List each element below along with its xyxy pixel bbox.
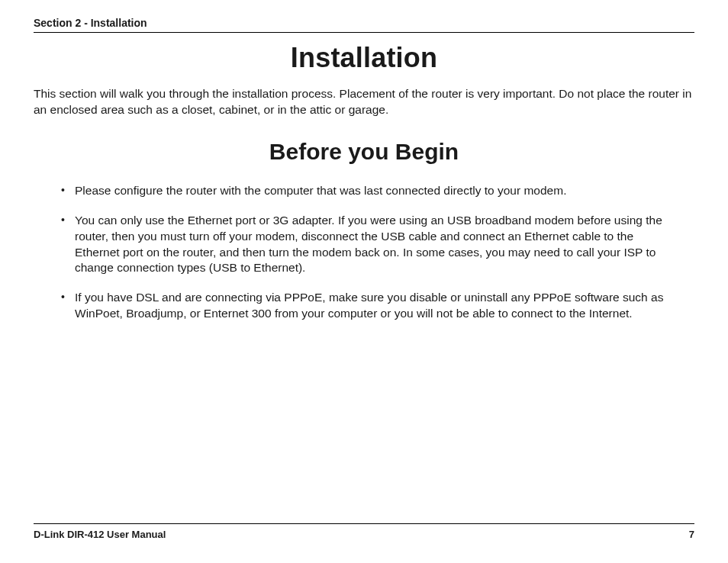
intro-paragraph: This section will walk you through the i… bbox=[34, 86, 694, 117]
list-item: Please configure the router with the com… bbox=[61, 183, 679, 199]
section-label: Section 2 - Installation bbox=[34, 17, 694, 29]
footer-page-number: 7 bbox=[689, 529, 694, 540]
header-rule-block: Section 2 - Installation bbox=[34, 17, 694, 33]
page-content: Section 2 - Installation Installation Th… bbox=[0, 0, 728, 322]
footer-manual-name: D-Link DIR-412 User Manual bbox=[34, 529, 166, 540]
list-item: You can only use the Ethernet port or 3G… bbox=[61, 213, 679, 276]
bullet-list: Please configure the router with the com… bbox=[34, 183, 694, 321]
footer: D-Link DIR-412 User Manual 7 bbox=[34, 523, 694, 540]
main-title: Installation bbox=[34, 42, 694, 74]
sub-title: Before you Begin bbox=[34, 139, 694, 165]
list-item: If you have DSL and are connecting via P… bbox=[61, 290, 679, 322]
